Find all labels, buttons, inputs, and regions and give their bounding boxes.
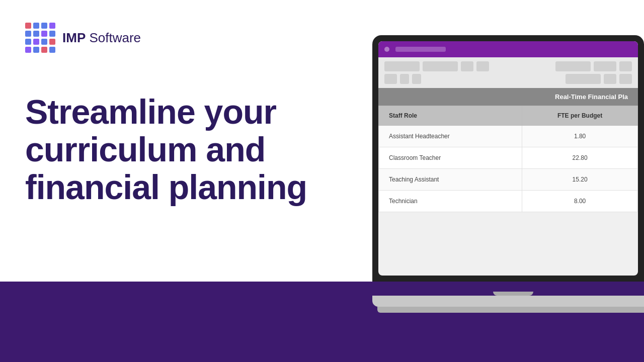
svg-rect-8 [25,39,31,45]
data-table: Staff Role FTE per Budget Assistant Head… [378,106,638,212]
toolbar-btn-8 [384,74,397,84]
toolbar-btn-2 [423,61,458,71]
table-row: Teaching Assistant15.20 [379,169,638,191]
table-section-title: Real-Time Financial Pla [555,93,628,101]
imp-logo-icon [25,23,55,53]
svg-rect-9 [33,39,39,45]
svg-rect-13 [33,47,39,53]
table-cell-role: Technician [379,191,522,212]
toolbar-btn-12 [604,74,616,84]
app-titlebar [378,41,638,57]
laptop-screen-outer: Real-Time Financial Pla Staff Role FTE p… [372,35,644,282]
titlebar-bar [395,47,446,52]
table-area: Real-Time Financial Pla Staff Role FTE p… [378,88,638,212]
toolbar-btn-9 [400,74,409,84]
svg-rect-3 [49,23,55,29]
toolbar-btn-1 [384,61,420,71]
toolbar-row-1 [384,61,632,71]
svg-rect-1 [33,23,39,29]
toolbar-btn-3 [461,61,473,71]
headline-line1: Streamline your [25,93,377,131]
toolbar-btn-11 [566,74,601,84]
svg-rect-12 [25,47,31,53]
svg-rect-14 [41,47,47,53]
toolbar-btn-5 [555,61,591,71]
app-toolbar [378,57,638,88]
logo-area: IMP Software [25,23,141,53]
table-cell-fte: 1.80 [522,126,638,147]
toolbar-btn-4 [476,61,489,71]
table-cell-fte: 15.20 [522,169,638,191]
logo-brand: IMP [62,30,86,45]
svg-rect-7 [49,31,55,37]
svg-rect-0 [25,23,31,29]
table-row: Technician8.00 [379,191,638,212]
table-header-bar: Real-Time Financial Pla [378,88,638,106]
svg-rect-4 [25,31,31,37]
table-row: Assistant Headteacher1.80 [379,126,638,147]
laptop-base [372,296,644,307]
laptop-screen-inner: Real-Time Financial Pla Staff Role FTE p… [378,41,638,276]
laptop-foot [377,306,644,313]
table-cell-fte: 22.80 [522,147,638,169]
headline: Streamline your curriculum and financial… [25,93,377,206]
logo-text: IMP Software [62,30,141,46]
laptop-notch [493,292,533,296]
toolbar-row-2 [384,74,632,84]
table-cell-role: Classroom Teacher [379,147,522,169]
toolbar-btn-10 [412,74,421,84]
toolbar-btn-6 [594,61,616,71]
page-wrapper: IMP Software Streamline your curriculum … [0,0,644,362]
svg-rect-6 [41,31,47,37]
svg-rect-15 [49,47,55,53]
col-header-fte: FTE per Budget [522,106,638,126]
table-row: Classroom Teacher22.80 [379,147,638,169]
laptop-mockup: Real-Time Financial Pla Staff Role FTE p… [372,35,644,327]
headline-line3: financial planning [25,168,377,206]
table-header-row: Staff Role FTE per Budget [379,106,638,126]
logo-suffix: Software [86,30,141,45]
titlebar-dot-1 [384,47,389,52]
table-cell-role: Teaching Assistant [379,169,522,191]
headline-line2: curriculum and [25,131,377,168]
table-cell-fte: 8.00 [522,191,638,212]
svg-rect-2 [41,23,47,29]
toolbar-btn-13 [619,74,632,84]
toolbar-btn-7 [619,61,632,71]
svg-rect-11 [49,39,55,45]
svg-rect-5 [33,31,39,37]
svg-rect-10 [41,39,47,45]
col-header-role: Staff Role [379,106,522,126]
table-cell-role: Assistant Headteacher [379,126,522,147]
